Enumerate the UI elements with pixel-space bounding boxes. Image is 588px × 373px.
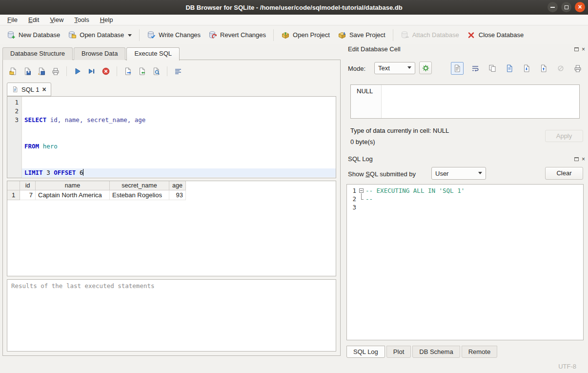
tab-execute-sql[interactable]: Execute SQL <box>126 47 180 61</box>
close-sql-tab-icon[interactable]: × <box>42 86 46 93</box>
execute-sql-panel: SQL 1 × 1 2 3 SELECT id, name, secret_na… <box>2 60 341 356</box>
save-project-button[interactable]: Save Project <box>334 29 389 41</box>
edit-cell-dock-controls: × <box>574 46 585 52</box>
cell-age[interactable]: 93 <box>169 190 186 200</box>
new-database-button[interactable]: New Database <box>3 29 64 41</box>
close-dock-icon[interactable]: × <box>582 156 585 162</box>
set-null-button[interactable] <box>555 63 566 74</box>
column-header-id[interactable]: id <box>20 181 36 190</box>
write-changes-button[interactable]: Write Changes <box>143 29 204 41</box>
write-changes-label: Write Changes <box>159 31 201 39</box>
cell-secret-name[interactable]: Esteban Rogelios <box>110 190 169 200</box>
column-header-name[interactable]: name <box>36 181 110 190</box>
open-project-button[interactable]: Open Project <box>277 29 334 41</box>
close-database-button[interactable]: Close Database <box>463 29 528 41</box>
mode-combobox[interactable]: Text <box>374 62 415 74</box>
format-sql-button[interactable] <box>173 66 183 77</box>
save-cell-icon <box>505 64 514 73</box>
fold-collapse-icon[interactable] <box>359 188 364 193</box>
menu-view[interactable]: View <box>44 15 69 24</box>
stop-icon <box>101 67 110 76</box>
float-dock-icon[interactable] <box>574 47 579 51</box>
sql-tab[interactable]: SQL 1 × <box>7 83 51 96</box>
column-header-age[interactable]: age <box>169 181 186 190</box>
save-cell-button[interactable] <box>504 63 515 74</box>
format-sql-icon <box>174 67 182 76</box>
column-header-secret-name[interactable]: secret_name <box>110 181 169 190</box>
toolbar-separator <box>66 66 67 76</box>
execute-all-button[interactable] <box>72 66 83 77</box>
clear-log-button[interactable]: Clear <box>545 167 583 180</box>
copy-cell-button[interactable] <box>487 63 498 74</box>
cell-value-editor[interactable]: NULL <box>350 84 580 119</box>
menu-help[interactable]: Help <box>95 15 119 24</box>
execute-line-button[interactable] <box>86 66 97 77</box>
execution-message-area[interactable]: Results of the last executed statements <box>7 279 336 352</box>
encoding-indicator[interactable]: UTF-8 <box>558 363 576 370</box>
stop-execution-button[interactable] <box>101 66 111 77</box>
filter-label-mnemonic: S <box>365 170 370 178</box>
main-area: Database Structure Browse Data Execute S… <box>0 44 343 360</box>
word-wrap-button[interactable] <box>470 63 481 74</box>
log-filter-combobox[interactable]: User <box>431 167 486 180</box>
set-null-icon <box>557 64 565 72</box>
tab-plot[interactable]: Plot <box>386 346 411 358</box>
import-sql-button[interactable] <box>137 66 147 77</box>
cell-id[interactable]: 7 <box>20 190 36 200</box>
float-dock-icon[interactable] <box>574 157 579 161</box>
app-window: DB Browser for SQLite - /home/user/code/… <box>0 0 588 373</box>
line-number: 1 <box>7 98 19 107</box>
export-sql-button[interactable] <box>122 66 133 77</box>
sql-line: SELECT id, name, secret_name, age <box>22 116 336 124</box>
cell-name[interactable]: Captain North America <box>36 190 110 200</box>
toolbar-separator <box>393 29 393 41</box>
save-sql-as-button[interactable] <box>36 66 47 77</box>
cell-type-info: Type of data currently in cell: NULL <box>350 127 449 134</box>
apply-button[interactable]: Apply <box>545 130 583 142</box>
import-cell-button[interactable] <box>521 63 532 74</box>
find-in-sql-button[interactable] <box>151 66 162 77</box>
menu-edit[interactable]: Edit <box>23 15 44 24</box>
titlebar[interactable]: DB Browser for SQLite - /home/user/code/… <box>0 0 588 15</box>
text-view-icon <box>453 64 462 73</box>
open-database-dropdown-icon[interactable] <box>128 34 132 39</box>
sql-keyword: OFFSET <box>54 169 76 176</box>
text-view-button[interactable] <box>451 62 464 75</box>
tab-browse-data[interactable]: Browse Data <box>74 47 125 60</box>
write-changes-icon <box>147 31 156 40</box>
execute-all-icon <box>73 67 82 76</box>
line-number-gutter: 1 2 3 <box>7 97 22 178</box>
find-icon <box>152 67 161 76</box>
sql-toolbar <box>3 60 340 80</box>
open-database-button[interactable]: Open Database <box>64 29 136 41</box>
row-number[interactable]: 1 <box>7 190 20 200</box>
tab-sql-log[interactable]: SQL Log <box>346 346 385 358</box>
sql-log-editor[interactable]: 1 -- EXECUTING ALL IN 'SQL 1' 2 -- 3 <box>346 184 584 340</box>
tab-database-structure[interactable]: Database Structure <box>2 47 73 60</box>
tab-remote[interactable]: Remote <box>462 346 498 358</box>
revert-changes-label: Revert Changes <box>220 31 266 39</box>
print-sql-button[interactable] <box>50 66 61 77</box>
save-sql-file-button[interactable] <box>22 66 33 77</box>
menu-tools[interactable]: Tools <box>69 15 94 24</box>
close-dock-icon[interactable]: × <box>582 46 585 52</box>
log-line: 3 <box>347 203 583 211</box>
attach-database-button[interactable]: Attach Database <box>397 29 463 41</box>
menu-file[interactable]: File <box>2 15 23 24</box>
auto-format-button[interactable] <box>419 62 432 74</box>
edit-cell-dock-title: Edit Database Cell <box>348 45 401 53</box>
sql-tabbar: SQL 1 × <box>3 80 340 96</box>
sql-log-dock-controls: × <box>574 156 585 162</box>
sql-file-icon <box>12 86 19 93</box>
minimize-button[interactable] <box>547 2 558 12</box>
sql-editor[interactable]: 1 2 3 SELECT id, name, secret_name, age … <box>7 96 336 178</box>
maximize-button[interactable] <box>561 2 571 12</box>
open-sql-file-button[interactable] <box>8 66 19 77</box>
revert-changes-button[interactable]: Revert Changes <box>204 29 270 41</box>
close-window-button[interactable]: × <box>575 2 585 12</box>
export-cell-button[interactable] <box>538 63 549 74</box>
line-number: 2 <box>7 107 19 116</box>
print-cell-button[interactable] <box>572 63 583 74</box>
tab-db-schema[interactable]: DB Schema <box>412 346 460 358</box>
open-database-label: Open Database <box>80 31 124 39</box>
